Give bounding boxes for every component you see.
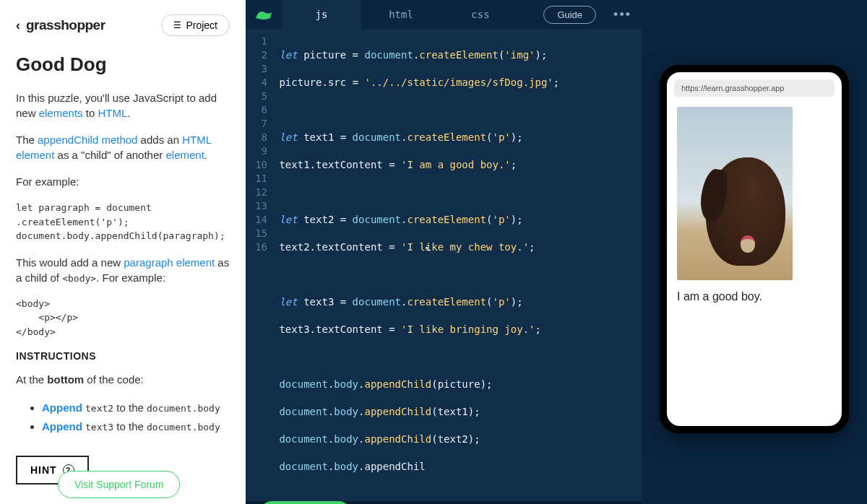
chevron-left-icon: ‹ (16, 18, 20, 33)
grasshopper-icon[interactable] (246, 8, 282, 21)
line-gutter: 12345678910111213141516 (246, 35, 273, 501)
lesson-para-5: At the bottom of the code: (16, 372, 230, 387)
cursor-icon: ↖ (425, 241, 431, 255)
dog-image (677, 107, 793, 280)
lesson-title: Good Dog (16, 53, 230, 76)
editor-column: js html css Guide ••• 123456789101112131… (246, 0, 642, 504)
link-paragraph-element[interactable]: paragraph element (124, 256, 215, 269)
sidebar-header: ‹ grasshopper ☰ Project (16, 14, 230, 36)
instruction-list: Append text2 to the document.body Append… (16, 399, 230, 435)
link-appendchild[interactable]: appendChild method (38, 134, 137, 146)
guide-button[interactable]: Guide (543, 6, 596, 24)
code-example-2: <body> <p></p> </body> (16, 297, 230, 339)
code-example-1: let paragraph = document .createElement(… (16, 201, 230, 243)
run-code-button[interactable]: Run Code (259, 501, 352, 504)
preview-text-1: I am a good boy. (677, 290, 834, 303)
lesson-para-1: In this puzzle, you'll use JavaScript to… (16, 90, 230, 121)
link-elements[interactable]: elements (39, 107, 83, 119)
code-content[interactable]: let picture = document.createElement('im… (273, 35, 642, 501)
run-bar: Run Code ⟳ (246, 501, 642, 504)
lesson-para-3: For example: (16, 174, 230, 189)
code-editor[interactable]: 12345678910111213141516 let picture = do… (246, 29, 642, 501)
link-element[interactable]: element (165, 149, 204, 161)
project-button[interactable]: ☰ Project (161, 14, 230, 36)
instruction-item-2: Append text3 to the document.body (42, 417, 230, 436)
editor-tabbar: js html css Guide ••• (246, 0, 642, 29)
preview-column: https://learn.grasshopper.app I am a goo… (642, 0, 867, 504)
list-icon: ☰ (173, 20, 181, 30)
instructions-heading: INSTRUCTIONS (16, 350, 230, 362)
link-html[interactable]: HTML (98, 107, 127, 119)
instruction-item-1: Append text2 to the document.body (42, 399, 230, 417)
support-forum-button[interactable]: Visit Support Forum (58, 471, 180, 498)
project-label: Project (186, 19, 217, 31)
tab-html[interactable]: html (361, 0, 441, 29)
brand-back-link[interactable]: ‹ grasshopper (16, 17, 105, 33)
tab-js[interactable]: js (282, 0, 361, 29)
lesson-body: In this puzzle, you'll use JavaScript to… (16, 90, 230, 485)
more-icon[interactable]: ••• (603, 7, 642, 22)
lesson-para-2: The appendChild method adds an HTML elem… (16, 132, 230, 162)
brand-name: grasshopper (26, 17, 105, 33)
lesson-sidebar: ‹ grasshopper ☰ Project Good Dog In this… (0, 0, 246, 504)
lesson-para-4: This would add a new paragraph element a… (16, 255, 230, 285)
url-bar: https://learn.grasshopper.app (674, 79, 834, 97)
phone-screen: https://learn.grasshopper.app I am a goo… (667, 72, 842, 426)
tab-css[interactable]: css (441, 0, 520, 29)
hint-label: HINT (30, 464, 57, 476)
phone-frame: https://learn.grasshopper.app I am a goo… (660, 65, 849, 433)
preview-page: I am a good boy. (667, 101, 842, 426)
